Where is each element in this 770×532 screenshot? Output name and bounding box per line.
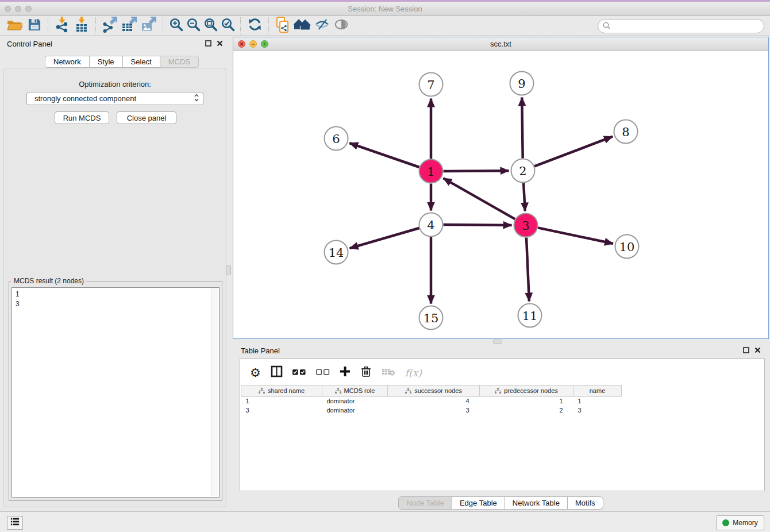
export-table-button[interactable] <box>120 17 139 34</box>
network-close-button[interactable]: ✕ <box>238 40 245 48</box>
task-history-button[interactable] <box>7 516 23 530</box>
export-network-button[interactable] <box>100 17 120 34</box>
graph-edge-2-9[interactable] <box>522 98 522 159</box>
trash-icon <box>360 365 372 380</box>
delete-entry-button[interactable] <box>360 365 372 380</box>
criterion-dropdown[interactable]: strongly connected component <box>26 92 203 105</box>
tab-network-table[interactable]: Network Table <box>505 496 568 510</box>
mcds-result-area[interactable]: 13 <box>11 287 220 498</box>
graph-edge-2-8[interactable] <box>534 137 613 167</box>
column-header-predecessor-nodes[interactable]: predecessor nodes <box>480 385 573 396</box>
table-cell[interactable]: 2 <box>480 406 573 415</box>
app-title: Session: New Session <box>0 5 770 13</box>
network-maximize-button[interactable]: + <box>261 40 268 48</box>
table-row[interactable]: 1dominator411 <box>241 396 622 406</box>
table-cell[interactable]: 4 <box>388 396 480 406</box>
close-panel-icon[interactable] <box>217 38 223 49</box>
graph-edge-3-1[interactable] <box>443 178 515 219</box>
columns-icon <box>271 365 283 380</box>
graph-edge-4-3[interactable] <box>444 225 512 225</box>
memory-button[interactable]: Memory <box>716 515 764 530</box>
graph-edge-1-6[interactable] <box>349 143 419 167</box>
control-panel-tabs: Network Style Select MCDS <box>45 56 199 68</box>
graph-edge-2-3[interactable] <box>523 183 525 211</box>
memory-status-icon <box>722 519 729 526</box>
zoom-in-button[interactable] <box>167 17 184 34</box>
graph-edge-3-11[interactable] <box>526 238 529 302</box>
graph-node-label: 4 <box>427 218 434 232</box>
network-window-titlebar[interactable]: ✕ − + scc.txt <box>233 37 768 51</box>
chevron-up-down-icon <box>194 93 199 104</box>
copy-network-view-button[interactable] <box>273 17 292 34</box>
tab-network[interactable]: Network <box>45 56 90 68</box>
network-canvas[interactable]: 1234678910111415 <box>233 51 768 338</box>
tab-node-table[interactable]: Node Table <box>398 496 452 510</box>
tab-motifs[interactable]: Motifs <box>568 496 603 510</box>
refresh-icon <box>248 17 262 34</box>
graph-edge-1-2[interactable] <box>444 171 509 171</box>
show-panels-button[interactable] <box>332 17 351 34</box>
table-row[interactable]: 3dominator323 <box>241 406 622 415</box>
zoom-fit-button[interactable] <box>202 17 219 34</box>
table-cell[interactable]: 3 <box>573 406 622 415</box>
graph-edge-4-14[interactable] <box>350 228 419 248</box>
float-panel-icon[interactable] <box>743 345 749 356</box>
delete-table-button[interactable] <box>382 367 395 379</box>
import-table-button[interactable] <box>72 17 91 34</box>
column-header-shared-name[interactable]: shared name <box>241 385 322 396</box>
zoom-out-button[interactable] <box>184 17 202 34</box>
zoom-selected-button[interactable] <box>219 17 236 34</box>
tab-select[interactable]: Select <box>123 56 160 68</box>
result-scrollbar[interactable] <box>211 288 218 496</box>
column-header-successor-nodes[interactable]: successor nodes <box>388 385 480 396</box>
column-header-mcds-role[interactable]: MCDS role <box>322 385 388 396</box>
eye-slash-icon <box>314 18 330 33</box>
refresh-network-button[interactable] <box>245 17 264 34</box>
show-column-button[interactable] <box>271 365 283 380</box>
search-input[interactable] <box>613 21 764 32</box>
import-network-button[interactable] <box>52 17 72 34</box>
network-graph[interactable]: 1234678910111415 <box>233 51 768 338</box>
select-all-button[interactable] <box>292 368 306 378</box>
deselect-all-button[interactable] <box>316 368 330 378</box>
close-panel-icon[interactable] <box>754 345 761 356</box>
run-mcds-button[interactable]: Run MCDS <box>55 111 109 124</box>
table-toolbar: ⚙ f(x) <box>240 359 764 385</box>
float-panel-icon[interactable] <box>205 38 211 49</box>
table-panel-title: Table Panel <box>241 346 280 355</box>
toolbar-separator <box>268 17 269 34</box>
save-session-button[interactable] <box>24 17 44 34</box>
toolbar-search[interactable] <box>598 19 764 33</box>
table-cell[interactable]: 3 <box>388 406 480 415</box>
fx-icon: f(x) <box>405 367 422 379</box>
export-image-button[interactable] <box>139 17 159 34</box>
hierarchy-icon <box>335 388 341 394</box>
save-disk-icon <box>27 17 41 34</box>
vertical-splitter-handle[interactable] <box>226 265 231 275</box>
unchecked-boxes-icon <box>316 368 330 378</box>
table-cell[interactable]: 3 <box>241 406 322 415</box>
home-button[interactable] <box>292 17 312 34</box>
main-toolbar <box>0 16 770 36</box>
graph-edge-3-10[interactable] <box>538 228 613 244</box>
hierarchy-icon <box>495 388 501 394</box>
table-settings-button[interactable]: ⚙ <box>250 367 261 379</box>
hide-panels-button[interactable] <box>312 17 332 34</box>
open-session-button[interactable] <box>5 17 24 34</box>
close-panel-button[interactable]: Close panel <box>117 111 176 124</box>
delete-table-icon <box>382 367 395 379</box>
table-header-row: shared name MCDS role successor nodes pr… <box>241 385 622 396</box>
column-header-name[interactable]: name <box>573 385 622 396</box>
graph-node-label: 9 <box>518 77 525 91</box>
tab-mcds[interactable]: MCDS <box>160 56 199 68</box>
table-cell[interactable]: dominator <box>322 406 388 415</box>
network-minimize-button[interactable]: − <box>249 40 257 48</box>
table-cell[interactable]: 1 <box>241 396 322 406</box>
table-cell[interactable]: 1 <box>480 396 573 406</box>
table-cell[interactable]: 1 <box>573 396 622 406</box>
tab-style[interactable]: Style <box>90 56 123 68</box>
table-cell[interactable]: dominator <box>322 396 388 406</box>
tab-edge-table[interactable]: Edge Table <box>452 496 505 510</box>
add-entry-button[interactable] <box>340 366 351 379</box>
function-builder-button[interactable]: f(x) <box>405 367 422 379</box>
